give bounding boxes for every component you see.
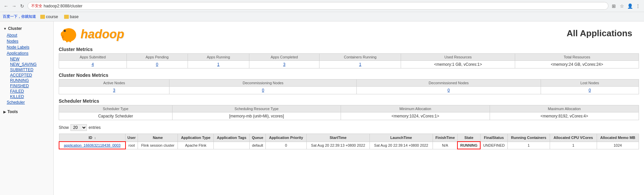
col-apps-running: Apps Running [188,54,249,61]
forward-button[interactable]: → [11,3,17,9]
tools-arrow-icon: ▶ [3,110,6,114]
app-start-time-cell: Sat Aug 20 22:39:13 +0800 2022 [306,142,369,149]
val-containers-running[interactable]: 1 [319,61,401,68]
sidebar-item-new[interactable]: NEW [10,56,53,62]
app-priority-cell: 0 [265,142,306,149]
col-apps-completed: Apps Completed [249,54,319,61]
scheduler-metrics-table: Scheduler Type Scheduling Resource Type … [59,105,639,120]
sidebar-item-finished[interactable]: FINISHED [10,83,53,89]
scheduler-metrics-title: Scheduler Metrics [59,98,639,104]
sidebar-item-new-saving[interactable]: NEW_SAVING [10,62,53,67]
main-content: hadoop All Applications Cluster Metrics … [54,21,644,195]
col-id[interactable]: ID ↕ [59,134,126,142]
val-apps-running[interactable]: 1 [188,61,249,68]
cluster-label: Cluster [8,26,22,31]
cluster-nodes-section: Cluster Nodes Metrics Active Nodes Decom… [59,72,639,94]
baidu-link[interactable]: 百度一下，你就知道 [3,14,36,19]
sidebar-item-accepted[interactable]: ACCEPTED [10,72,53,78]
col-launch-time: LaunchTime [369,134,433,142]
app-running-containers-cell: 1 [507,142,550,149]
val-active-nodes[interactable]: 3 [59,87,169,94]
cluster-nodes-row: 3 0 0 0 [59,87,639,94]
sidebar-item-scheduler[interactable]: Scheduler [0,99,53,105]
val-apps-completed[interactable]: 3 [249,61,319,68]
browser-actions: ⊞ ☆ 👤 ⋮ [610,3,641,9]
col-state: State [457,134,480,142]
svg-rect-6 [69,39,71,42]
bookmark-course[interactable]: course [39,14,60,20]
col-running-containers: Running Containers [507,134,550,142]
refresh-button[interactable]: ↻ [19,3,26,9]
sidebar-sub-apps: NEW NEW_SAVING SUBMITTED ACCEPTED RUNNIN… [0,56,53,99]
hadoop-text: hadoop [81,27,124,41]
bookmark-base[interactable]: base [62,14,80,20]
svg-rect-5 [66,39,68,42]
app-container: ▼ Cluster About Nodes Node Labels Applic… [0,21,644,195]
val-scheduler-type: Capacity Scheduler [59,112,172,120]
col-active-nodes: Active Nodes [59,80,169,87]
val-apps-submitted[interactable]: 4 [59,61,127,68]
bookmark-button[interactable]: ☆ [618,3,625,9]
bookmark-course-label: course [46,14,58,19]
col-containers-running: Containers Running [319,54,401,61]
scheduler-metrics-row: Capacity Scheduler [memory-mb (unit=Mi),… [59,112,639,120]
app-allocated-cpu-cell: 1 [550,142,597,149]
applications-table: ID ↕ User Name Application Type Applicat… [59,134,639,149]
sidebar: ▼ Cluster About Nodes Node Labels Applic… [0,21,54,195]
app-id-cell[interactable]: application_1660632118438_0003 [59,142,126,149]
col-decommissioned-nodes: Decommissioned Nodes [357,80,541,87]
apps-table-header-row: ID ↕ User Name Application Type Applicat… [59,134,639,142]
cluster-nodes-table: Active Nodes Decommissioning Nodes Decom… [59,79,639,94]
bookmark-base-label: base [70,14,79,19]
col-allocated-mem: Allocated Memo MB [597,134,639,142]
sidebar-item-killed[interactable]: KILLED [10,94,53,99]
sidebar-cluster-section: ▼ Cluster About Nodes Node Labels Applic… [0,25,53,105]
sidebar-item-running[interactable]: RUNNING [10,78,53,83]
sidebar-item-failed[interactable]: FAILED [10,89,53,94]
val-decommissioned-nodes[interactable]: 0 [357,87,541,94]
app-final-status-cell: UNDEFINED [480,142,507,149]
scheduler-metrics-section: Scheduler Metrics Scheduler Type Schedul… [59,98,639,120]
val-decommissioning-nodes[interactable]: 0 [169,87,357,94]
security-warning: 不安全 [31,3,42,8]
val-lost-nodes[interactable]: 0 [541,87,639,94]
col-finish-time: FinishTime [433,134,457,142]
cluster-section-title[interactable]: ▼ Cluster [0,25,53,32]
app-launch-time-cell: Sat Aug 20 22:39:14 +0800 2022 [369,142,433,149]
val-apps-pending[interactable]: 0 [127,61,188,68]
back-button[interactable]: ← [3,3,9,9]
col-max-allocation: Maximum Allocation [490,105,639,112]
folder-icon [40,15,45,19]
address-bar[interactable]: 不安全 hadoop2:8088/cluster [28,2,608,10]
bookmarks-bar: 百度一下，你就知道 course base [0,12,644,21]
folder-icon [64,15,69,19]
sidebar-item-applications[interactable]: Applications [0,50,53,56]
col-name: Name [138,134,178,142]
extensions-button[interactable]: ⊞ [610,3,617,9]
sidebar-item-submitted[interactable]: SUBMITTED [10,67,53,72]
app-user-cell: root [126,142,138,149]
col-scheduler-type: Scheduler Type [59,105,172,112]
sidebar-tools-section: ▶ Tools [0,108,53,115]
menu-button[interactable]: ⋮ [635,3,641,9]
col-apps-submitted: Apps Submitted [59,54,127,61]
id-sort-icon: ↕ [94,136,96,140]
sidebar-item-about[interactable]: About [0,32,53,38]
browser-chrome: ← → ↻ 不安全 hadoop2:8088/cluster ⊞ ☆ 👤 ⋮ [0,0,644,12]
col-apps-pending: Apps Pending [127,54,188,61]
hadoop-elephant-icon [59,25,79,43]
tools-section-title[interactable]: ▶ Tools [0,108,53,115]
page-title: All Applications [567,25,639,39]
profile-button[interactable]: 👤 [627,3,633,9]
col-total-resources: Total Resources [515,54,639,61]
val-min-allocation: <memory:1024, vCores:1> [341,112,490,120]
app-name-cell: Flink session cluster [138,142,178,149]
col-min-allocation: Minimum Allocation [341,105,490,112]
app-state-cell: RUNNING [457,142,480,149]
entries-select[interactable]: 10 20 25 50 100 [70,124,87,131]
col-scheduling-resource: Scheduling Resource Type [172,105,341,112]
table-row: application_1660632118438_0003 root Flin… [59,142,639,149]
app-type-cell: Apache Flink [178,142,214,149]
sidebar-item-nodes[interactable]: Nodes [0,38,53,44]
sidebar-item-node-labels[interactable]: Node Labels [0,44,53,50]
